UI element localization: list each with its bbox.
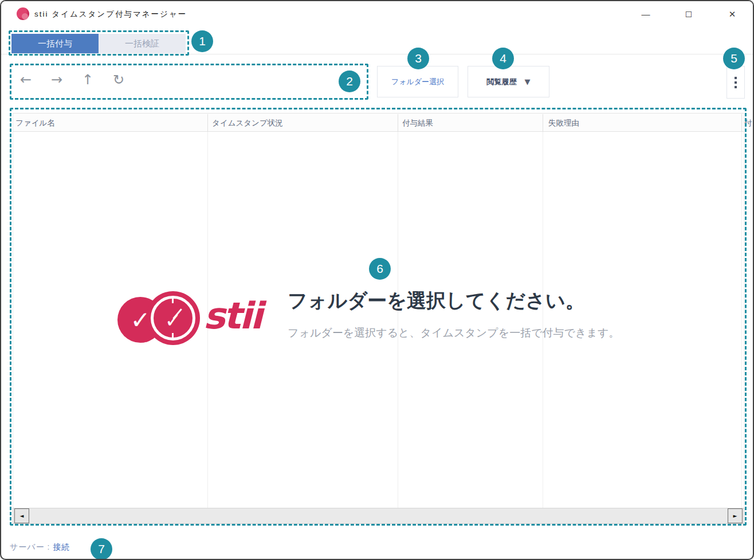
tabs-divider: [1, 54, 753, 54]
tab-batch-verify[interactable]: 一括検証: [99, 34, 186, 53]
column-gridline: [741, 132, 742, 508]
annotation-badge-2: 2: [339, 71, 360, 92]
screenshot-root: stii タイムスタンプ付与マネージャー — ☐ ✕ 一括付与 一括検証 ← →…: [0, 0, 754, 560]
brand-wordmark: stii: [203, 295, 261, 337]
forward-icon[interactable]: →: [48, 68, 65, 92]
maximize-button[interactable]: ☐: [676, 6, 701, 23]
table-right-border: [744, 113, 744, 524]
titlebar[interactable]: stii タイムスタンプ付与マネージャー — ☐ ✕: [1, 1, 753, 27]
annotation-badge-1: 1: [191, 30, 213, 52]
up-icon[interactable]: ↑: [79, 68, 96, 92]
history-label: 閲覧履歴: [487, 77, 517, 87]
close-button[interactable]: ✕: [720, 6, 745, 23]
history-dropdown-button[interactable]: 閲覧履歴 ▼: [468, 66, 549, 97]
header-separator: [398, 114, 398, 132]
column-header-file-name[interactable]: ファイル名: [15, 113, 205, 132]
annotation-badge-5: 5: [723, 48, 745, 69]
header-separator: [543, 114, 543, 132]
table-left-border: [13, 113, 13, 524]
column-header-timestamp-status[interactable]: タイムスタンプ状況: [212, 113, 394, 132]
kebab-dot-icon: [735, 77, 737, 79]
status-bar: サーバー : 接続: [10, 542, 70, 553]
refresh-icon[interactable]: ↻: [110, 68, 127, 92]
stii-app-icon: [17, 7, 29, 20]
column-header-failure-reason[interactable]: 失敗理由: [548, 113, 740, 132]
horizontal-scrollbar[interactable]: ◄ ►: [13, 508, 744, 524]
column-header-grant-result[interactable]: 付与結果: [402, 113, 544, 132]
app-window: stii タイムスタンプ付与マネージャー — ☐ ✕ 一括付与 一括検証 ← →…: [0, 0, 754, 560]
scroll-right-button[interactable]: ►: [728, 508, 743, 523]
folder-select-button[interactable]: フォルダー選択: [377, 66, 458, 97]
server-status-label: サーバー :: [10, 542, 53, 551]
scroll-left-button[interactable]: ◄: [14, 508, 29, 523]
column-gridline: [543, 132, 543, 508]
header-separator: [741, 114, 742, 132]
kebab-dot-icon: [735, 81, 737, 84]
kebab-dot-icon: [735, 86, 737, 88]
annotation-badge-7: 7: [91, 538, 112, 560]
server-status-value: 接続: [53, 542, 70, 551]
tab-batch-grant[interactable]: 一括付与: [11, 34, 99, 53]
nav-toolbar: ← → ↑ ↻: [17, 68, 127, 92]
stii-logo: ✓ ✓ stii: [117, 289, 266, 351]
column-header-partial[interactable]: 付: [744, 113, 754, 132]
back-icon[interactable]: ←: [17, 68, 34, 92]
header-separator: [207, 114, 208, 132]
empty-state-title: フォルダーを選択してください。: [288, 288, 608, 314]
check-icon: ✓: [146, 291, 200, 345]
logo-clock-circle-icon: ✓: [146, 291, 200, 345]
empty-state-subtitle: フォルダーを選択すると、タイムスタンプを一括で付与できます。: [288, 326, 654, 340]
chevron-down-icon: ▼: [525, 77, 531, 86]
annotation-badge-4: 4: [492, 48, 514, 69]
minimize-button[interactable]: —: [633, 6, 658, 23]
annotation-badge-6: 6: [369, 258, 391, 280]
window-title: stii タイムスタンプ付与マネージャー: [34, 1, 187, 27]
table-header-row: ファイル名 タイムスタンプ状況 付与結果 失敗理由 付: [13, 113, 744, 132]
column-gridline: [398, 132, 398, 508]
kebab-menu-button[interactable]: [726, 66, 745, 99]
annotation-badge-3: 3: [407, 48, 429, 69]
